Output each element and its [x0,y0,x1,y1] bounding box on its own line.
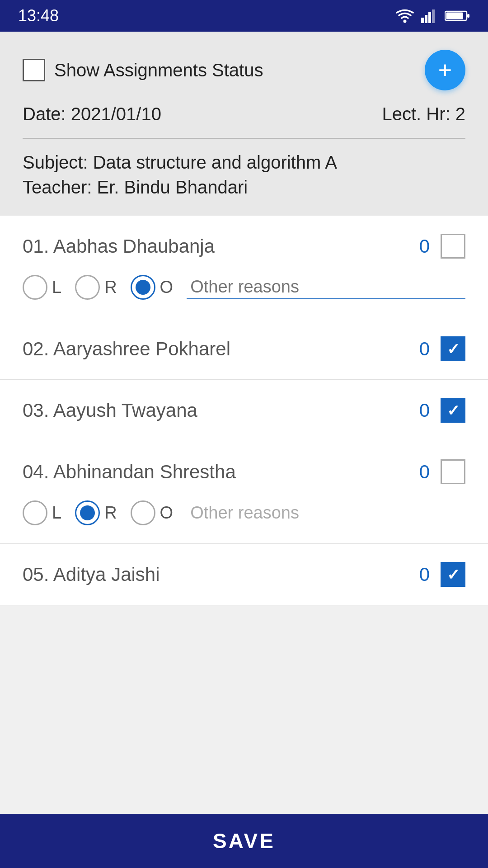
status-bar: 13:48 [0,0,488,32]
radio-L[interactable]: L [23,500,61,525]
student-right: 0 ✓ [419,398,465,423]
student-checkbox[interactable] [441,459,465,484]
absence-row: L R O [23,275,465,300]
show-assignments-checkbox[interactable] [23,59,45,81]
date-text: Date: 2021/01/10 [23,104,161,124]
student-main-row: 05. Aditya Jaishi 0 ✓ [23,562,465,587]
add-icon: + [438,58,452,82]
teacher-text: Teacher: Er. Bindu Bhandari [23,177,465,198]
student-right: 0 ✓ [419,562,465,587]
radio-circle-R [75,500,100,525]
radio-L[interactable]: L [23,275,61,300]
student-name: 03. Aayush Twayana [23,400,197,421]
save-button-label: SAVE [213,829,275,853]
student-row: 03. Aayush Twayana 0 ✓ [0,380,488,441]
checkmark-icon: ✓ [447,401,460,420]
student-row: 04. Abhinandan Shrestha 0 L [0,441,488,544]
header-divider [23,138,465,139]
students-list: 01. Aabhas Dhaubanja 0 L R [0,216,488,605]
subject-text: Subject: Data structure and algorithm A [23,152,465,173]
radio-label-R: R [104,278,117,297]
add-button[interactable]: + [425,50,465,90]
checkmark-icon: ✓ [447,340,460,358]
lect-hr-text: Lect. Hr: 2 [382,104,465,124]
status-icons [396,9,470,23]
student-row: 05. Aditya Jaishi 0 ✓ [0,544,488,605]
show-assignments-label: Show Assignments Status [54,60,263,80]
checkmark-icon: ✓ [447,566,460,584]
student-name: 05. Aditya Jaishi [23,564,160,585]
radio-inner-O [136,280,150,295]
student-main-row: 04. Abhinandan Shrestha 0 [23,459,465,484]
radio-inner-R [80,505,95,520]
student-right: 0 [419,459,465,484]
radio-label-O: O [160,503,174,523]
radio-label-O: O [160,278,174,297]
svg-rect-7 [467,14,469,18]
student-count: 0 [419,236,430,257]
student-name: 02. Aaryashree Pokharel [23,338,230,360]
radio-label-R: R [104,503,117,523]
signal-icon [421,9,437,23]
student-main-row: 01. Aabhas Dhaubanja 0 [23,234,465,259]
other-reasons-input[interactable] [187,275,465,299]
student-count: 0 [419,461,430,483]
student-row: 01. Aabhas Dhaubanja 0 L R [0,216,488,318]
student-checkbox[interactable]: ✓ [441,398,465,423]
radio-circle-O [131,275,155,300]
svg-rect-3 [428,12,431,23]
student-count: 0 [419,338,430,360]
radio-O[interactable]: O [131,275,174,300]
other-reasons-placeholder: Other reasons [187,501,465,524]
student-main-row: 03. Aayush Twayana 0 ✓ [23,398,465,423]
student-checkbox[interactable] [441,234,465,259]
student-main-row: 02. Aaryashree Pokharel 0 ✓ [23,336,465,361]
student-count: 0 [419,564,430,585]
svg-rect-4 [432,9,435,23]
radio-R[interactable]: R [75,275,117,300]
student-checkbox[interactable]: ✓ [441,562,465,587]
svg-rect-6 [446,13,463,19]
radio-O[interactable]: O [131,500,174,525]
show-assignments-row: Show Assignments Status [23,59,263,81]
radio-label-L: L [52,278,61,297]
student-name: 01. Aabhas Dhaubanja [23,236,215,257]
save-bar[interactable]: SAVE [0,814,488,868]
header-section: Show Assignments Status + Date: 2021/01/… [0,32,488,216]
radio-R[interactable]: R [75,500,117,525]
battery-icon [445,9,470,22]
absence-row: L R O Other reasons [23,500,465,525]
wifi-icon [396,9,414,23]
svg-rect-1 [421,18,424,23]
radio-label-L: L [52,503,61,523]
svg-point-0 [404,20,407,23]
student-name: 04. Abhinandan Shrestha [23,461,236,483]
student-checkbox[interactable]: ✓ [441,336,465,361]
radio-circle-L [23,500,47,525]
radio-circle-O [131,500,155,525]
radio-circle-R [75,275,100,300]
status-time: 13:48 [18,6,59,25]
student-right: 0 [419,234,465,259]
header-top: Show Assignments Status + [23,50,465,90]
date-row: Date: 2021/01/10 Lect. Hr: 2 [23,104,465,124]
svg-rect-2 [425,15,427,23]
student-row: 02. Aaryashree Pokharel 0 ✓ [0,318,488,380]
content-wrapper: Show Assignments Status + Date: 2021/01/… [0,32,488,660]
radio-circle-L [23,275,47,300]
student-right: 0 ✓ [419,336,465,361]
student-count: 0 [419,400,430,421]
